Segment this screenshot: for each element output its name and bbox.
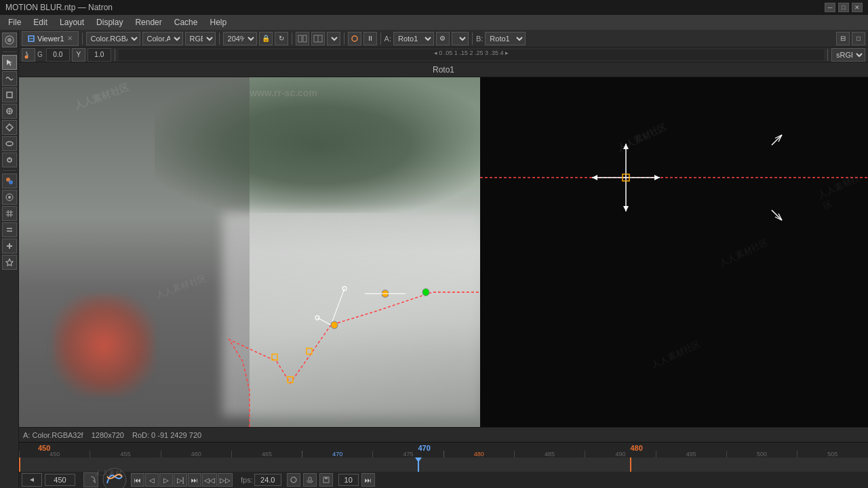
mini-timeline: ◂ 0 .05 1 .15 2 .25 3 .35 4 ▸: [119, 49, 824, 60]
maximize-viewer[interactable]: □: [852, 32, 865, 45]
tool-smooth[interactable]: [2, 71, 17, 86]
svg-point-11: [9, 180, 13, 184]
close-button[interactable]: ✕: [852, 3, 863, 12]
audio-button[interactable]: [303, 473, 317, 487]
last-frame-button[interactable]: ⏭: [361, 473, 375, 487]
left-image-panel: 人人素材社区 人人素材社区: [19, 77, 480, 427]
svg-rect-26: [303, 35, 307, 42]
menu-layout[interactable]: Layout: [54, 16, 90, 28]
menu-edit[interactable]: Edit: [28, 16, 53, 28]
colorspace-select[interactable]: Color.RGBA: [86, 32, 140, 45]
svg-point-62: [291, 477, 296, 483]
split-view-button[interactable]: [296, 32, 309, 45]
fps-label: fps:: [241, 476, 253, 484]
input-dash-select[interactable]: -: [452, 32, 469, 45]
viewer-tab-close[interactable]: ✕: [67, 35, 73, 42]
viewer-tab-label: Viewer1: [37, 35, 64, 43]
gain-value: 0.0: [53, 51, 62, 58]
tool-divider: [3, 52, 16, 52]
window-controls: ─ □ ✕: [825, 3, 863, 12]
input-info: A: Color.RGBA32f: [23, 431, 83, 439]
start-frame-btn[interactable]: [22, 473, 42, 487]
next-keyframe-button[interactable]: ⏭: [188, 473, 201, 487]
tool-bezier[interactable]: [2, 152, 17, 167]
window-title: MOTION BLUR.ntp — Natron: [5, 3, 113, 12]
tool-star[interactable]: [2, 255, 17, 270]
tool-color[interactable]: [2, 174, 17, 188]
svg-point-1: [7, 38, 12, 42]
menu-help[interactable]: Help: [204, 16, 232, 28]
gain-input[interactable]: 0.0: [46, 48, 70, 62]
proxy-select[interactable]: 2: [327, 32, 340, 45]
color-a-select[interactable]: Color.A: [142, 32, 183, 45]
canvas-area[interactable]: 人人素材社区 人人素材社区: [19, 77, 868, 427]
play-button[interactable]: ▷: [159, 473, 173, 487]
resolution-info: 868x488: [92, 431, 124, 439]
status-bar: A: Color.RGBA32f 868x488 RoD: 0 -91 242…: [19, 427, 868, 442]
tool-ellipse[interactable]: [2, 136, 17, 151]
separator-tb2: [115, 49, 115, 61]
separator-tb2b: [827, 49, 828, 61]
output-colorspace-select[interactable]: sRGB: [831, 48, 865, 62]
minimize-button[interactable]: ─: [825, 3, 835, 12]
playhead-line: [418, 458, 419, 472]
tool-patch[interactable]: [2, 87, 17, 102]
wipe-button[interactable]: [311, 32, 325, 45]
fps-value[interactable]: 24.0: [254, 474, 281, 486]
save-button[interactable]: [319, 473, 333, 487]
svg-marker-6: [6, 124, 13, 131]
tool-clone[interactable]: [2, 104, 17, 119]
tool-pen[interactable]: [2, 120, 17, 135]
timeline-controls: 450 人人素材: [19, 472, 868, 488]
svg-rect-65: [325, 477, 328, 479]
paint-icon[interactable]: [22, 48, 35, 62]
tool-extra[interactable]: [2, 222, 17, 237]
left-toolbar: [0, 30, 19, 488]
gain-label: G: [37, 51, 43, 58]
menu-file[interactable]: File: [3, 16, 26, 28]
svg-point-12: [8, 196, 11, 199]
separator-6: [472, 33, 473, 45]
loop-count[interactable]: 10: [338, 474, 359, 486]
menu-cache[interactable]: Cache: [169, 16, 203, 28]
sync-button[interactable]: ↻: [275, 32, 288, 45]
record-button[interactable]: [287, 473, 300, 487]
tool-add[interactable]: [2, 239, 17, 253]
input-b-label: B:: [476, 35, 483, 43]
pause-button[interactable]: ⏸: [363, 32, 377, 45]
tool-grid[interactable]: [2, 206, 17, 221]
natron-logo: 人人素材: [102, 467, 127, 488]
step-forward-button[interactable]: ▷|: [174, 473, 187, 487]
timeline-track[interactable]: [19, 458, 868, 472]
app-icon: [2, 33, 17, 47]
gamma-value: 1.0: [94, 51, 104, 58]
channel-select[interactable]: RGB: [185, 32, 216, 45]
play-reverse-button[interactable]: ◁◁: [202, 473, 217, 487]
separator-3: [292, 33, 292, 45]
tool-tracker[interactable]: [2, 190, 17, 205]
tree-area: [155, 77, 480, 213]
viewer-toolbar: Viewer1 ✕ Color.RGBA Color.A RGB 204% 🔒: [19, 30, 868, 47]
lock-view-button[interactable]: 🔒: [259, 32, 273, 45]
gamma-input[interactable]: 1.0: [87, 48, 111, 62]
tool-select[interactable]: [2, 55, 17, 70]
maximize-button[interactable]: □: [838, 3, 849, 12]
play-forward-button[interactable]: ▷▷: [218, 473, 233, 487]
svg-marker-22: [6, 259, 13, 266]
float-button[interactable]: ⊟: [836, 32, 850, 45]
menu-render[interactable]: Render: [130, 16, 167, 28]
viewer-tab[interactable]: Viewer1 ✕: [22, 31, 79, 46]
input-a-settings[interactable]: ⚙: [436, 32, 450, 45]
zoom-select[interactable]: 204%: [223, 32, 257, 45]
input-b-select[interactable]: Roto1: [485, 32, 526, 45]
prev-keyframe-button[interactable]: ⏮: [131, 473, 144, 487]
render-button[interactable]: [348, 32, 361, 45]
title-bar: MOTION BLUR.ntp — Natron ─ □ ✕: [0, 0, 868, 15]
svg-rect-63: [309, 477, 311, 481]
y-toggle[interactable]: Y: [72, 48, 85, 62]
input-a-select[interactable]: Roto1: [393, 32, 434, 45]
current-frame-display[interactable]: 450: [45, 474, 75, 486]
viewer-title: Roto1: [19, 62, 868, 77]
menu-display[interactable]: Display: [91, 16, 128, 28]
step-back-button[interactable]: ◁: [145, 473, 159, 487]
